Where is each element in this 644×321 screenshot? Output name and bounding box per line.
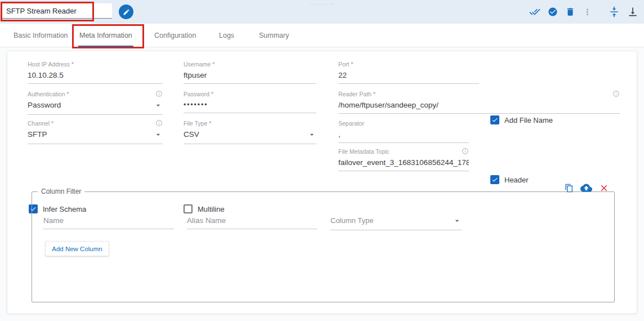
reader-path-label: Reader Path * <box>338 91 375 97</box>
checkbox-checked-icon <box>490 115 499 124</box>
column-name-field <box>43 213 174 229</box>
reader-path-field: Reader Path * <box>338 90 620 114</box>
username-input[interactable] <box>184 68 316 84</box>
component-name-input[interactable] <box>2 3 112 19</box>
host-ip-input[interactable] <box>28 68 163 84</box>
file-metadata-topic-label: File Metadata Topic <box>338 148 390 155</box>
tab-basic-information[interactable]: Basic Information <box>14 24 68 47</box>
port-input[interactable] <box>338 68 479 84</box>
authentication-value: Password <box>28 101 61 109</box>
file-metadata-topic-input[interactable] <box>338 155 469 171</box>
authentication-label: Authentication * <box>28 91 69 97</box>
tab-bar: Basic Information Meta Information Confi… <box>0 24 644 47</box>
column-filter-actions <box>565 182 609 194</box>
reader-path-input[interactable] <box>338 98 620 114</box>
content-area: Host IP Address * Username * Port * Add … <box>0 47 644 321</box>
file-type-label: File Type * <box>184 120 211 127</box>
info-icon[interactable] <box>155 119 163 127</box>
file-type-value: CSV <box>184 130 199 139</box>
toolbar-actions <box>529 0 638 24</box>
column-type-placeholder: Column Type <box>330 216 373 225</box>
channel-field: Channel * SFTP <box>28 119 163 144</box>
remove-icon[interactable] <box>599 183 609 193</box>
alias-name-input[interactable] <box>187 213 317 229</box>
copy-icon[interactable] <box>565 184 574 193</box>
info-icon[interactable] <box>462 148 469 155</box>
double-check-icon[interactable] <box>529 6 540 17</box>
chevron-down-icon <box>453 216 462 227</box>
info-icon[interactable] <box>155 90 163 97</box>
username-field: Username * <box>184 60 316 84</box>
add-file-name-checkbox[interactable]: Add File Name <box>490 115 553 124</box>
port-label: Port * <box>338 61 353 68</box>
vertical-align-center-icon[interactable] <box>609 6 620 17</box>
tab-configuration[interactable]: Configuration <box>154 24 196 47</box>
host-ip-field: Host IP Address * <box>28 60 163 84</box>
separator-field: Separator <box>338 119 469 143</box>
chevron-down-icon <box>307 130 316 141</box>
separator-input[interactable] <box>338 127 469 143</box>
edit-name-button[interactable] <box>119 5 133 19</box>
separator-label: Separator <box>338 120 364 127</box>
info-icon[interactable] <box>612 90 620 97</box>
column-filter-legend: Column Filter <box>38 188 84 195</box>
column-type-select[interactable]: Column Type <box>330 213 462 230</box>
more-options-icon[interactable] <box>583 7 592 17</box>
authentication-select[interactable]: Password <box>28 98 163 115</box>
password-input[interactable] <box>184 98 316 113</box>
authentication-field: Authentication * Password <box>28 90 163 115</box>
channel-select[interactable]: SFTP <box>28 127 163 144</box>
chevron-down-icon <box>154 101 163 112</box>
host-ip-label: Host IP Address * <box>28 61 74 68</box>
password-field: Password * <box>184 90 316 113</box>
chevron-down-icon <box>154 130 163 141</box>
channel-value: SFTP <box>28 130 47 139</box>
checkbox-checked-icon <box>490 175 499 184</box>
file-metadata-topic-field: File Metadata Topic <box>338 147 469 171</box>
channel-label: Channel * <box>28 120 53 127</box>
tab-summary[interactable]: Summary <box>259 24 289 47</box>
add-new-column-button[interactable]: Add New Column <box>45 241 109 256</box>
drag-handle[interactable]: ········· <box>309 1 335 7</box>
file-type-field: File Type * CSV <box>184 119 316 144</box>
port-field: Port * <box>338 60 479 84</box>
vertical-align-bottom-icon[interactable] <box>627 6 638 17</box>
tab-meta-information[interactable]: Meta Information <box>79 24 132 47</box>
add-file-name-label: Add File Name <box>504 116 553 124</box>
tab-logs[interactable]: Logs <box>219 24 234 47</box>
file-type-select[interactable]: CSV <box>184 127 316 144</box>
header-checkbox[interactable]: Header <box>490 175 529 184</box>
top-toolbar: ········· <box>0 0 644 24</box>
meta-information-form-card: Host IP Address * Username * Port * Add … <box>7 51 637 314</box>
column-filter-group: Column Filter Column Type Add New Column <box>32 188 615 302</box>
header-label: Header <box>504 176 529 184</box>
column-type-field: Column Type <box>330 213 462 230</box>
username-label: Username * <box>184 61 214 68</box>
delete-icon[interactable] <box>565 7 575 17</box>
cloud-upload-icon[interactable] <box>580 182 592 194</box>
check-circle-icon[interactable] <box>548 7 558 17</box>
pencil-icon <box>123 8 130 16</box>
alias-name-field <box>187 213 317 229</box>
column-name-input[interactable] <box>43 213 174 229</box>
password-label: Password * <box>184 91 213 97</box>
